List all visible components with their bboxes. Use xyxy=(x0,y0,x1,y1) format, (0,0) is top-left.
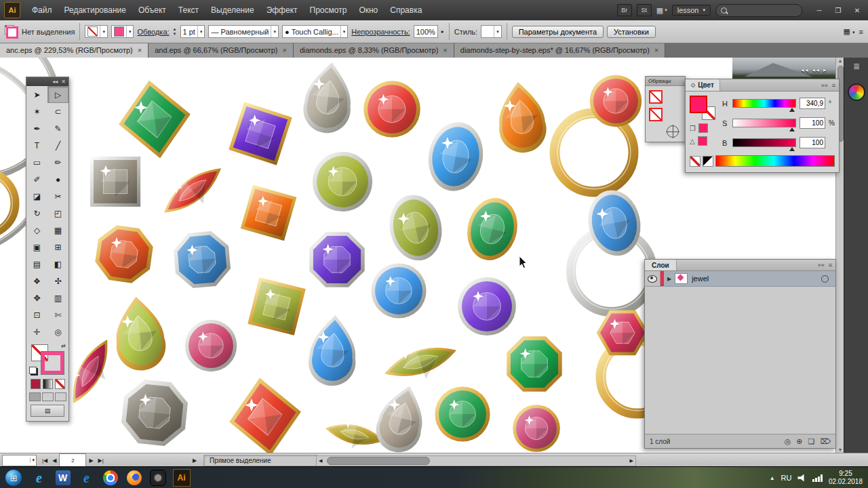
gem-round[interactable] xyxy=(590,75,642,127)
mesh-tool[interactable]: ▤ xyxy=(26,256,47,272)
gem-square[interactable] xyxy=(248,277,305,335)
preferences-button[interactable]: Установки xyxy=(607,26,656,38)
swatches-panel-header[interactable]: Образцы xyxy=(646,77,685,86)
expand-panel-icon[interactable]: »» xyxy=(821,82,828,89)
tab-close-icon[interactable]: × xyxy=(138,46,142,54)
draw-inside-button[interactable] xyxy=(55,392,66,401)
hand-tool[interactable]: ✛ xyxy=(26,323,47,340)
gem-octagon[interactable] xyxy=(507,336,561,391)
panel-collapse-controls[interactable]: ◂◂ ◂◂ ▸ xyxy=(801,67,827,73)
magic-wand-tool[interactable]: ✶ xyxy=(26,103,47,120)
layer-target-icon[interactable] xyxy=(821,275,829,283)
close-panel-icon[interactable]: ✕ xyxy=(61,79,66,85)
gradient-tool[interactable]: ◧ xyxy=(47,256,68,272)
gem-teardrop[interactable] xyxy=(494,80,549,155)
step-up-icon[interactable]: ▲ xyxy=(173,27,177,32)
opacity-panel-link[interactable]: Непрозрачность: xyxy=(351,28,410,36)
internet-explorer-2-taskbar-button[interactable]: e xyxy=(75,468,98,487)
gem-round[interactable] xyxy=(363,81,420,138)
align-options-icon[interactable]: ▦ ▾ xyxy=(844,27,855,36)
paintbrush-tool[interactable]: ✏ xyxy=(47,154,68,171)
menu-item[interactable]: Редактирование xyxy=(58,5,132,15)
slider-handle[interactable] xyxy=(789,108,795,112)
default-fill-stroke-icon[interactable] xyxy=(29,367,37,374)
gem-round[interactable] xyxy=(513,405,560,452)
web-safe-color-chip[interactable] xyxy=(698,123,708,133)
tab-close-icon[interactable]: × xyxy=(443,46,447,54)
bridge-icon[interactable]: Br xyxy=(617,4,632,16)
expand-panel-icon[interactable]: »» xyxy=(818,262,825,268)
gem-diamond[interactable] xyxy=(113,75,196,163)
horizontal-scroll-thumb[interactable] xyxy=(327,457,430,465)
search-input[interactable] xyxy=(715,4,802,17)
width-tool[interactable]: ◇ xyxy=(26,222,47,239)
swatch-none[interactable] xyxy=(649,90,663,104)
tab-color[interactable]: ◇ Цвет xyxy=(686,79,720,91)
previous-artboard-button[interactable]: ◀ xyxy=(50,456,58,465)
workspace-switcher[interactable]: lesson ▾ xyxy=(672,5,711,16)
menu-item[interactable]: Текст xyxy=(172,5,205,15)
word-taskbar-button[interactable]: W xyxy=(52,468,74,487)
gradient-button[interactable] xyxy=(43,379,53,389)
s-value-field[interactable]: 100 xyxy=(800,117,825,129)
column-graph-tool[interactable]: ▥ xyxy=(47,289,68,306)
gem-square[interactable] xyxy=(229,102,292,165)
s-slider[interactable] xyxy=(732,119,796,127)
gem-marquise[interactable] xyxy=(378,330,462,390)
gem-teardrop[interactable] xyxy=(301,60,355,136)
swatch-none-2[interactable] xyxy=(649,108,663,121)
pencil-tool[interactable]: ✐ xyxy=(26,171,47,188)
step-down-icon[interactable]: ▼ xyxy=(173,32,177,37)
scroll-right-icon[interactable]: ▶ xyxy=(628,458,635,464)
rotate-tool[interactable]: ↻ xyxy=(26,205,47,222)
gem-oval[interactable] xyxy=(423,118,488,195)
gem-teardrop[interactable] xyxy=(372,381,431,453)
black-white-swatch[interactable] xyxy=(703,156,713,167)
fill-swatch[interactable] xyxy=(690,96,707,113)
gem-teardrop[interactable] xyxy=(111,294,168,373)
draw-behind-button[interactable] xyxy=(42,392,54,401)
tab-layers[interactable]: Слои xyxy=(645,260,677,270)
eraser-tool[interactable]: ◪ xyxy=(26,188,47,205)
gem-octagon[interactable] xyxy=(93,223,155,285)
swap-fill-stroke-icon[interactable]: ⇄ xyxy=(61,343,66,349)
document-setup-button[interactable]: Параметры документа xyxy=(512,26,604,38)
screen-mode-button[interactable]: ▤ xyxy=(31,405,64,417)
first-artboard-button[interactable]: |◀ xyxy=(40,456,50,465)
gem-round[interactable] xyxy=(458,277,516,336)
gem-octagon[interactable] xyxy=(119,378,190,448)
arrange-documents-icon[interactable]: ▦ ▾ xyxy=(656,6,667,15)
delete-layer-icon[interactable]: ⌦ xyxy=(820,437,831,446)
control-bar-menu-icon[interactable]: ≡ xyxy=(859,28,863,36)
h-value-field[interactable]: 340,9 xyxy=(800,98,825,109)
status-flyout-icon[interactable]: ▶ xyxy=(193,458,197,464)
slider-handle[interactable] xyxy=(789,127,795,131)
zoom-tool[interactable]: ◎ xyxy=(47,323,68,340)
cs-live-icon[interactable] xyxy=(848,83,865,101)
scale-tool[interactable]: ◰ xyxy=(47,205,68,222)
menu-item[interactable]: Объект xyxy=(132,5,172,15)
slider-handle[interactable] xyxy=(789,147,795,151)
internet-explorer-taskbar-button[interactable]: e xyxy=(28,468,50,487)
firefox-taskbar-button[interactable] xyxy=(123,468,145,487)
gem-diamond[interactable] xyxy=(224,373,307,453)
lasso-tool[interactable]: ⊂ xyxy=(47,103,68,120)
menu-item[interactable]: Файл xyxy=(26,5,58,15)
restore-button[interactable]: ❐ xyxy=(829,3,848,18)
menu-item[interactable]: Просмотр xyxy=(304,5,353,15)
screen-recorder-taskbar-button[interactable] xyxy=(146,468,169,487)
blend-tool[interactable]: ✣ xyxy=(47,272,68,289)
illustrator-taskbar-button[interactable]: Ai xyxy=(170,468,193,487)
create-new-sublayer-icon[interactable]: ⊕ xyxy=(796,437,802,446)
registration-swatch-icon[interactable] xyxy=(667,125,679,138)
menu-item[interactable]: Справка xyxy=(384,5,428,15)
document-tab[interactable]: diamonds.eps @ 8,33% (RGB/Просмотр)× xyxy=(294,43,454,58)
graphic-style-combo[interactable]: ▾ xyxy=(481,25,502,38)
rectangle-tool[interactable]: ▭ xyxy=(26,154,47,171)
zoom-combo[interactable]: ▾ xyxy=(2,455,37,466)
menu-item[interactable]: Эффект xyxy=(260,5,304,15)
clock[interactable]: 9:25 02.02.2018 xyxy=(829,470,863,487)
free-transform-tool[interactable]: ▦ xyxy=(47,222,68,239)
b-value-field[interactable]: 100 xyxy=(800,137,825,148)
fill-color-combo[interactable]: ▾ xyxy=(85,25,108,38)
